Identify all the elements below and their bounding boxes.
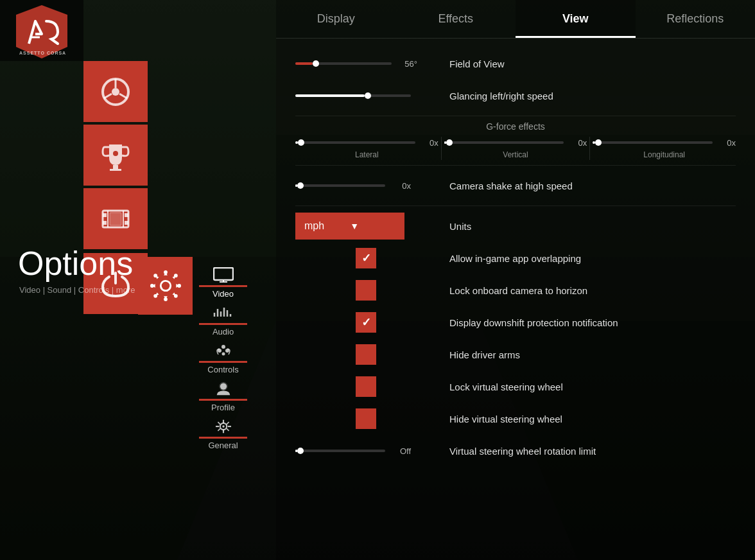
profile-icon <box>209 380 238 398</box>
svg-line-57 <box>226 428 229 431</box>
hide-virtual-wheel-label: Hide virtual steering wheel <box>437 414 736 424</box>
gforce-longitudinal-thumb[interactable] <box>595 139 602 146</box>
camera-shake-slider[interactable] <box>295 184 385 187</box>
glance-label: Glancing left/right speed <box>437 91 736 101</box>
gforce-lateral: 0x Lateral <box>295 138 438 159</box>
hide-virtual-wheel-checkbox[interactable] <box>356 408 376 429</box>
subnav-general[interactable]: General <box>199 415 247 453</box>
gforce-vertical-thumb[interactable] <box>446 139 453 146</box>
gforce-longitudinal-track <box>593 141 713 144</box>
settings-panel: 56° Field of View Glancing left/right sp… <box>276 39 755 560</box>
svg-rect-13 <box>113 165 118 169</box>
film-strip-icon <box>100 203 132 235</box>
subnav-audio[interactable]: Audio <box>199 301 247 339</box>
svg-line-11 <box>104 94 112 98</box>
camera-shake-thumb[interactable] <box>297 182 304 189</box>
gforce-title: G-force effects <box>295 121 736 132</box>
divider-1 <box>295 116 736 116</box>
fov-row: 56° Field of View <box>295 49 736 78</box>
fov-slider-container[interactable] <box>295 62 392 65</box>
allow-overlapping-control: ✓ <box>295 248 437 268</box>
downshift-checkmark-icon: ✓ <box>361 317 371 328</box>
trophy-icon <box>100 139 132 171</box>
units-dropdown[interactable]: mph ▼ <box>295 213 404 240</box>
subnav-label-audio: Audio <box>213 327 234 337</box>
sidebar-replay[interactable] <box>83 188 148 249</box>
subnav-label-general: General <box>208 441 238 450</box>
sub-navigation: Video Audio <box>199 263 247 453</box>
wheel-rotation-slider[interactable] <box>295 450 385 452</box>
lock-virtual-wheel-row: Lock virtual steering wheel <box>295 372 736 401</box>
subnav-video[interactable]: Video <box>199 263 247 301</box>
svg-line-56 <box>218 422 220 424</box>
subnav-label-profile: Profile <box>211 403 235 412</box>
svg-rect-14 <box>110 169 121 171</box>
lock-virtual-wheel-checkbox[interactable] <box>356 376 376 397</box>
general-icon <box>209 417 238 435</box>
svg-rect-21 <box>125 213 128 217</box>
glance-slider-container[interactable] <box>295 94 411 97</box>
allow-overlapping-checkbox[interactable]: ✓ <box>356 248 376 268</box>
gear-active-block[interactable] <box>138 257 193 315</box>
downshift-checkbox[interactable]: ✓ <box>356 312 376 333</box>
gforce-lateral-thumb[interactable] <box>298 139 304 146</box>
gforce-longitudinal-slider-row: 0x <box>593 138 736 148</box>
units-label: Units <box>437 221 736 232</box>
gforce-section: G-force effects 0x Lateral <box>295 121 736 160</box>
glance-fill <box>295 94 365 97</box>
subnav-bar-profile <box>199 399 247 401</box>
gforce-vertical-slider-row: 0x <box>444 138 587 148</box>
allow-overlapping-row: ✓ Allow in-game app overlapping <box>295 243 736 273</box>
fov-label: Field of View <box>437 58 736 69</box>
glance-control <box>295 94 437 97</box>
svg-rect-20 <box>103 221 107 225</box>
svg-rect-19 <box>103 213 107 217</box>
glance-row: Glancing left/right speed <box>295 81 736 110</box>
wheel-rotation-label: Virtual steering wheel rotation limit <box>437 446 736 457</box>
downshift-label: Display downshift protection notificatio… <box>437 317 736 328</box>
gforce-longitudinal-label: Longitudinal <box>643 150 685 159</box>
gforce-vertical-value: 0x <box>568 138 587 148</box>
tab-view[interactable]: View <box>516 0 636 38</box>
audio-icon <box>209 304 238 322</box>
lock-horizon-control <box>295 280 437 301</box>
subnav-profile[interactable]: Profile <box>199 377 247 415</box>
svg-point-27 <box>164 270 168 274</box>
subnav-controls[interactable]: Controls <box>199 339 247 377</box>
fov-track <box>295 62 392 65</box>
hide-arms-checkbox[interactable] <box>356 344 376 365</box>
tab-display[interactable]: Display <box>276 0 396 38</box>
wheel-rotation-thumb[interactable] <box>297 448 304 454</box>
svg-point-9 <box>112 88 119 96</box>
svg-text:ASSETTO CORSA: ASSETTO CORSA <box>19 51 66 55</box>
divider-2 <box>295 165 736 166</box>
gforce-longitudinal-value: 0x <box>716 138 736 148</box>
fov-thumb[interactable] <box>313 60 319 67</box>
svg-point-46 <box>221 345 225 349</box>
svg-rect-22 <box>125 221 128 225</box>
lock-horizon-checkbox[interactable] <box>356 280 376 301</box>
wheel-rotation-track <box>295 450 385 452</box>
svg-rect-25 <box>110 213 121 225</box>
sidebar-racing-wheel[interactable] <box>83 61 148 122</box>
glance-thumb[interactable] <box>365 92 371 99</box>
svg-point-28 <box>164 297 168 301</box>
svg-point-51 <box>222 425 224 427</box>
camera-shake-value: 0x <box>390 181 411 191</box>
camera-shake-control: 0x <box>295 181 437 191</box>
svg-line-59 <box>218 428 220 431</box>
allow-overlapping-label: Allow in-game app overlapping <box>437 253 736 264</box>
gforce-divider-2 <box>589 137 590 160</box>
gforce-lateral-track <box>295 141 415 144</box>
svg-point-47 <box>221 353 225 356</box>
steering-wheel-icon <box>100 76 132 108</box>
svg-point-29 <box>150 284 154 288</box>
subnav-bar-video <box>199 285 247 287</box>
tab-reflections[interactable]: Reflections <box>636 0 756 38</box>
downshift-row: ✓ Display downshift protection notificat… <box>295 308 736 337</box>
hide-virtual-wheel-control <box>295 408 437 429</box>
gforce-lateral-label: Lateral <box>355 150 379 159</box>
svg-point-48 <box>220 383 226 389</box>
tab-effects[interactable]: Effects <box>396 0 516 38</box>
sidebar-trophy[interactable] <box>83 125 148 186</box>
